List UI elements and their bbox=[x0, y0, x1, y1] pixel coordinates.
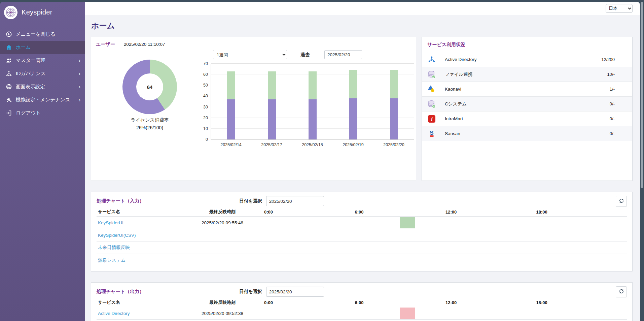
service-rows: Active Directory 12/200 ファイル連携 10/- Kaon… bbox=[422, 52, 632, 141]
sidebar-item-master[interactable]: マスター管理 › bbox=[0, 54, 85, 67]
stacked-bar-segment bbox=[309, 99, 317, 139]
content: ホーム ユーザー 2025/02/20 11:10:07 64 ライセンス消費率… bbox=[85, 15, 640, 321]
timeline-cell bbox=[264, 254, 627, 266]
sign-out-icon bbox=[6, 110, 12, 116]
page-scrollbar[interactable] bbox=[640, 0, 644, 321]
service-row: Active Directory 12/200 bbox=[422, 52, 632, 67]
time-axis-label: 6:00 bbox=[355, 210, 364, 215]
process-input-date[interactable] bbox=[266, 196, 324, 206]
globe-icon bbox=[6, 84, 12, 90]
service-link[interactable]: Active Directory bbox=[97, 311, 181, 316]
time-axis-label: 0:00 bbox=[264, 300, 273, 305]
process-row: Active Directory 2025/02/20 09:52:38 bbox=[97, 307, 627, 320]
y-axis-tick-label: 60 bbox=[191, 72, 208, 77]
service-name: IntraMart bbox=[445, 116, 610, 121]
scrollbar-thumb[interactable] bbox=[641, 2, 643, 188]
kaonavi-icon bbox=[427, 85, 436, 94]
stacked-bar-segment bbox=[268, 71, 276, 100]
chevron-right-icon: › bbox=[79, 97, 80, 103]
time-axis-label: 18:00 bbox=[536, 300, 547, 305]
process-row: 未来日情報反映 bbox=[97, 242, 627, 254]
chevron-right-icon: › bbox=[79, 58, 80, 63]
process-output-title: 処理チャート（出力） bbox=[97, 289, 239, 295]
service-name: Sansan bbox=[445, 131, 610, 136]
process-row: ファイル連携 bbox=[97, 320, 627, 321]
column-service-name: サービス名 bbox=[97, 209, 181, 215]
service-row: Cシステム 0/- bbox=[422, 97, 632, 111]
arrow-circle-left-icon bbox=[6, 31, 12, 37]
chevron-right-icon: › bbox=[79, 84, 80, 90]
sidebar-item-maintenance[interactable]: 機能設定・メンテナンス › bbox=[0, 93, 85, 106]
process-row: 源泉システム bbox=[97, 254, 627, 266]
timeline-axis: 0:006:0012:0018:00 bbox=[264, 207, 627, 216]
sansan-icon: S bbox=[427, 129, 436, 138]
y-axis-tick-label: 30 bbox=[191, 105, 208, 109]
service-count: 0/- bbox=[610, 116, 615, 121]
timeline-cell bbox=[264, 320, 627, 321]
service-link[interactable]: KeySpiderUI(CSV) bbox=[97, 233, 181, 238]
stacked-bar-segment bbox=[227, 71, 235, 100]
sidebar-item-home[interactable]: ホーム › bbox=[0, 41, 85, 54]
process-row: KeySpiderUI 2025/02/20 09:55:48 bbox=[97, 217, 627, 229]
user-panel-title: ユーザー bbox=[96, 41, 115, 47]
process-output-date[interactable] bbox=[266, 287, 324, 297]
past-label: 過去 bbox=[300, 52, 310, 58]
period-select[interactable]: 1週間 bbox=[213, 50, 287, 59]
service-count: 0/- bbox=[610, 101, 615, 106]
sidebar-nav: メニューを閉じる › ホーム › マスター管理 › IDガバナンス › 画面表示… bbox=[0, 23, 85, 120]
service-link[interactable]: 源泉システム bbox=[97, 257, 181, 263]
page-title: ホーム bbox=[91, 21, 633, 31]
sidebar-item-close-menu[interactable]: メニューを閉じる › bbox=[0, 28, 85, 41]
language-select[interactable]: 日本 bbox=[606, 4, 633, 13]
stacked-bar-segment bbox=[390, 70, 398, 98]
service-row: Kaonavi 1/- bbox=[422, 82, 632, 97]
user-date-input[interactable] bbox=[324, 50, 362, 59]
donut-caption-value: 26%(26/100) bbox=[96, 125, 204, 130]
stacked-bar-segment bbox=[390, 98, 398, 139]
keyspider-logo-icon bbox=[4, 6, 17, 19]
main-area: 日本 ホーム ユーザー 2025/02/20 11:10:07 64 ライセンス… bbox=[85, 2, 640, 321]
process-chart-output-panel: 処理チャート（出力） 日付を選択 サービス名 最終反映時刻 0:006:0012… bbox=[91, 282, 633, 321]
refresh-icon bbox=[619, 289, 624, 295]
sidebar-item-logout[interactable]: ログアウト › bbox=[0, 106, 85, 120]
users-icon bbox=[6, 57, 12, 64]
sitemap-icon bbox=[6, 70, 12, 77]
service-count: 10/- bbox=[607, 72, 615, 77]
service-row: ファイル連携 10/- bbox=[422, 67, 632, 82]
process-row: KeySpiderUI(CSV) bbox=[97, 229, 627, 242]
tools-icon bbox=[6, 97, 12, 103]
column-last-reflected: 最終反映時刻 bbox=[181, 299, 264, 306]
refresh-button[interactable] bbox=[616, 286, 627, 297]
column-last-reflected: 最終反映時刻 bbox=[181, 209, 264, 215]
y-axis-tick-label: 0 bbox=[191, 137, 208, 142]
user-panel: ユーザー 2025/02/20 11:10:07 64 ライセンス消費率 26%… bbox=[91, 37, 416, 181]
x-axis-tick-label: 2025/02/14 bbox=[211, 142, 251, 147]
donut-caption-title: ライセンス消費率 bbox=[96, 117, 204, 123]
timeline-cell bbox=[264, 307, 627, 319]
refresh-button[interactable] bbox=[616, 196, 627, 207]
brand: Keyspider bbox=[0, 2, 85, 23]
service-link[interactable]: 未来日情報反映 bbox=[97, 245, 181, 251]
last-reflected-time: 2025/02/20 09:52:38 bbox=[181, 311, 264, 316]
sidebar-item-display[interactable]: 画面表示設定 › bbox=[0, 80, 85, 93]
service-link[interactable]: KeySpiderUI bbox=[97, 220, 181, 225]
timeline-cell bbox=[264, 217, 627, 229]
x-axis-tick-label: 2025/02/19 bbox=[333, 142, 373, 147]
intramart-icon: i bbox=[427, 115, 436, 123]
user-bar-chart bbox=[211, 64, 414, 140]
service-count: 12/200 bbox=[601, 57, 615, 62]
home-icon bbox=[6, 44, 12, 51]
stacked-bar-segment bbox=[349, 70, 357, 98]
process-block bbox=[400, 217, 415, 228]
app-window: Keyspider メニューを閉じる › ホーム › マスター管理 › IDガバ… bbox=[0, 2, 640, 321]
last-reflected-time: 2025/02/20 09:55:48 bbox=[181, 220, 264, 225]
y-axis-tick-label: 20 bbox=[191, 116, 208, 120]
sidebar-item-governance[interactable]: IDガバナンス › bbox=[0, 67, 85, 80]
user-panel-timestamp: 2025/02/20 11:10:07 bbox=[124, 42, 165, 47]
y-axis-tick-label: 70 bbox=[191, 61, 208, 66]
process-block bbox=[400, 308, 415, 319]
time-axis-label: 12:00 bbox=[445, 300, 457, 305]
service-panel-title: サービス利用状況 bbox=[422, 37, 632, 52]
refresh-icon bbox=[619, 198, 624, 204]
date-select-label: 日付を選択 bbox=[239, 289, 262, 295]
